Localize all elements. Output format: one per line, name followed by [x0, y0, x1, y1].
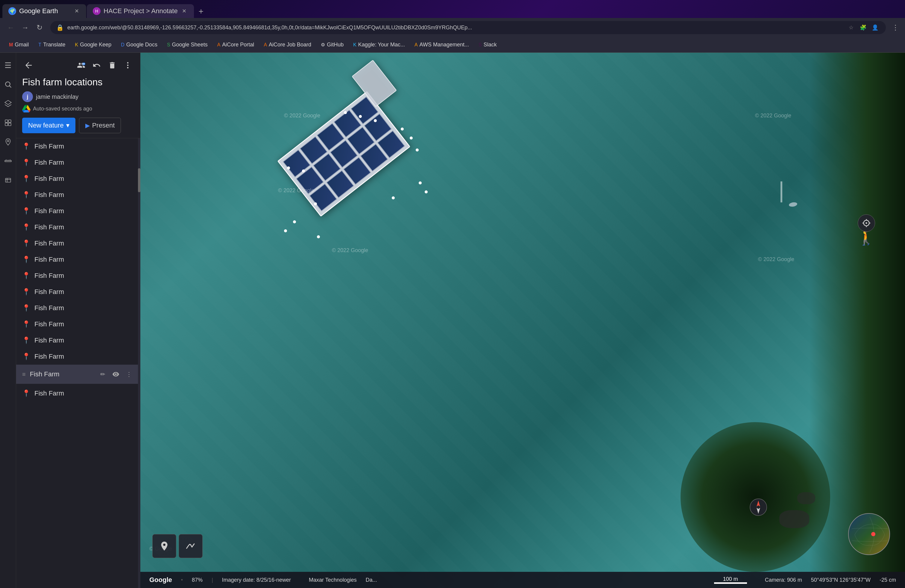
- bookmark-aicore-portal[interactable]: A AiCore Portal: [213, 40, 259, 50]
- new-feature-button[interactable]: New feature ▾: [22, 118, 75, 133]
- btn-row: New feature ▾ ▶ Present: [22, 118, 134, 133]
- list-item[interactable]: 📍 Fish Farm: [16, 268, 140, 284]
- list-item[interactable]: 📍 Fish Farm: [16, 348, 140, 365]
- bookmark-sheets[interactable]: S Google Sheets: [163, 40, 212, 50]
- bookmark-kaggle[interactable]: K Kaggle: Your Mac...: [349, 40, 409, 50]
- anchor-dot: [416, 148, 419, 151]
- profile-icon[interactable]: 👤: [870, 23, 880, 32]
- map-canvas: © 2022 Google © 2022 Google © 2022 Googl…: [140, 53, 905, 588]
- tab-label-earth: Google Earth: [19, 7, 58, 15]
- address-bar: ← → ↻ 🔒 earth.google.com/web/@50.8314896…: [0, 18, 905, 37]
- map-area[interactable]: © 2022 Google © 2022 Google © 2022 Googl…: [140, 53, 905, 588]
- bookmark-github[interactable]: ⚙ GitHub: [317, 40, 348, 50]
- water-background: [140, 53, 905, 588]
- list-item[interactable]: 📍 Fish Farm: [16, 219, 140, 235]
- edit-item-button[interactable]: ✏: [97, 369, 108, 380]
- present-play-icon: ▶: [85, 122, 90, 129]
- list-item[interactable]: 📍 Fish Farm: [16, 171, 140, 187]
- back-button[interactable]: [22, 59, 35, 72]
- compass[interactable]: [818, 534, 836, 552]
- draw-line-button[interactable]: [179, 534, 203, 558]
- scrollbar-track[interactable]: [138, 138, 140, 588]
- autosave-info: Auto-saved seconds ago: [22, 105, 134, 113]
- list-item[interactable]: 📍 Fish Farm: [16, 332, 140, 348]
- svg-point-17: [127, 65, 129, 66]
- sheets-favicon: S: [167, 42, 170, 48]
- tab-bar: 🌍 Google Earth ✕ H HACE Project > Annota…: [0, 0, 905, 18]
- bookmark-docs[interactable]: D Google Docs: [117, 40, 162, 50]
- svg-rect-3: [5, 120, 8, 122]
- pin-icon: 📍: [22, 337, 30, 344]
- tab-google-earth[interactable]: 🌍 Google Earth ✕: [2, 4, 86, 18]
- url-bar[interactable]: 🔒 earth.google.com/web/@50.83148969,-126…: [50, 21, 886, 34]
- svg-point-18: [127, 67, 129, 68]
- tab-close-earth[interactable]: ✕: [73, 8, 80, 15]
- docs-favicon: D: [121, 42, 124, 48]
- list-item[interactable]: 📍 Fish Farm: [16, 235, 140, 251]
- item-name: Fish Farm: [35, 240, 134, 247]
- present-button[interactable]: ▶ Present: [79, 118, 121, 133]
- svg-rect-8: [5, 161, 11, 162]
- projects-icon[interactable]: [2, 116, 15, 129]
- menu-icon[interactable]: ☰: [2, 59, 15, 72]
- extensions-icon[interactable]: 🧩: [858, 23, 868, 32]
- visibility-hidden-button[interactable]: [124, 388, 134, 399]
- svg-rect-6: [8, 123, 11, 126]
- pegman-button[interactable]: 🚶: [857, 229, 875, 246]
- scrollbar-thumb[interactable]: [138, 168, 140, 192]
- fish-farm-list: 📍 Fish Farm 📍 Fish Farm 📍 Fish Farm 📍 Fi…: [16, 138, 140, 588]
- svg-rect-4: [8, 120, 11, 122]
- undo-button[interactable]: [90, 59, 103, 72]
- bookmark-aws[interactable]: A AWS Management...: [410, 40, 473, 50]
- bookmark-gmail[interactable]: M Gmail: [5, 40, 33, 50]
- layers-icon[interactable]: [2, 97, 15, 110]
- more-options-icon[interactable]: ⋮: [891, 23, 900, 32]
- back-button[interactable]: ←: [5, 22, 17, 33]
- tab-close-hace[interactable]: ✕: [181, 8, 188, 15]
- drag-handle-icon: ≡: [22, 371, 26, 378]
- list-item[interactable]: 📍 Fish Farm: [16, 203, 140, 219]
- add-point-button[interactable]: [152, 534, 176, 558]
- list-item-selected[interactable]: ≡ Fish Farm ✏ ⋮: [16, 365, 140, 384]
- measure-icon[interactable]: [2, 154, 15, 168]
- list-item[interactable]: 📍 Fish Farm: [16, 251, 140, 268]
- visibility-button[interactable]: [110, 369, 121, 380]
- url-text: earth.google.com/web/@50.83148969,-126.5…: [67, 25, 843, 31]
- anchor-dot: [392, 196, 395, 199]
- more-options-button[interactable]: [121, 59, 134, 72]
- search-icon[interactable]: [2, 78, 15, 91]
- location-icon[interactable]: [2, 135, 15, 148]
- aicore-portal-favicon: A: [217, 42, 221, 48]
- locate-button[interactable]: [858, 215, 875, 232]
- list-item[interactable]: 📍 Fish Farm: [16, 138, 140, 154]
- anchor-dot: [317, 235, 320, 238]
- list-item[interactable]: 📍 Fish Farm: [16, 300, 140, 316]
- bookmark-star-icon[interactable]: ☆: [846, 23, 856, 32]
- bookmark-translate[interactable]: T Translate: [34, 40, 70, 50]
- bookmark-slack[interactable]: S Slack: [474, 40, 501, 50]
- delete-button[interactable]: [106, 59, 119, 72]
- list-item[interactable]: 📍 Fish Farm: [16, 187, 140, 203]
- list-item[interactable]: 📍 Fish Farm: [16, 284, 140, 300]
- svg-rect-12: [5, 178, 11, 182]
- list-item[interactable]: 📍 Fish Farm: [16, 154, 140, 171]
- zoom-percent: 87%: [192, 577, 203, 583]
- bookmark-aicore-jobs[interactable]: A AiCore Job Board: [259, 40, 316, 50]
- voyager-icon[interactable]: [2, 174, 15, 187]
- list-item[interactable]: 📍 Fish Farm: [16, 384, 140, 403]
- forward-button[interactable]: →: [19, 22, 31, 33]
- add-person-button[interactable]: [75, 59, 88, 72]
- tab-hace[interactable]: H HACE Project > Annotate ✕: [87, 4, 194, 18]
- new-tab-button[interactable]: +: [195, 5, 208, 18]
- mini-map[interactable]: [848, 513, 890, 555]
- more-item-button[interactable]: ⋮: [124, 369, 134, 380]
- copyright-text-2: © 2022 Google: [755, 113, 791, 119]
- anchor-dot: [284, 229, 287, 232]
- refresh-button[interactable]: ↻: [33, 22, 46, 33]
- bookmark-keep[interactable]: K Google Keep: [71, 40, 116, 50]
- svg-line-1: [9, 86, 11, 87]
- bookmarks-bar: M Gmail T Translate K Google Keep D Goog…: [0, 37, 905, 53]
- list-item[interactable]: 📍 Fish Farm: [16, 316, 140, 332]
- status-separator-1: •: [181, 577, 183, 583]
- pin-icon: 📍: [22, 175, 30, 183]
